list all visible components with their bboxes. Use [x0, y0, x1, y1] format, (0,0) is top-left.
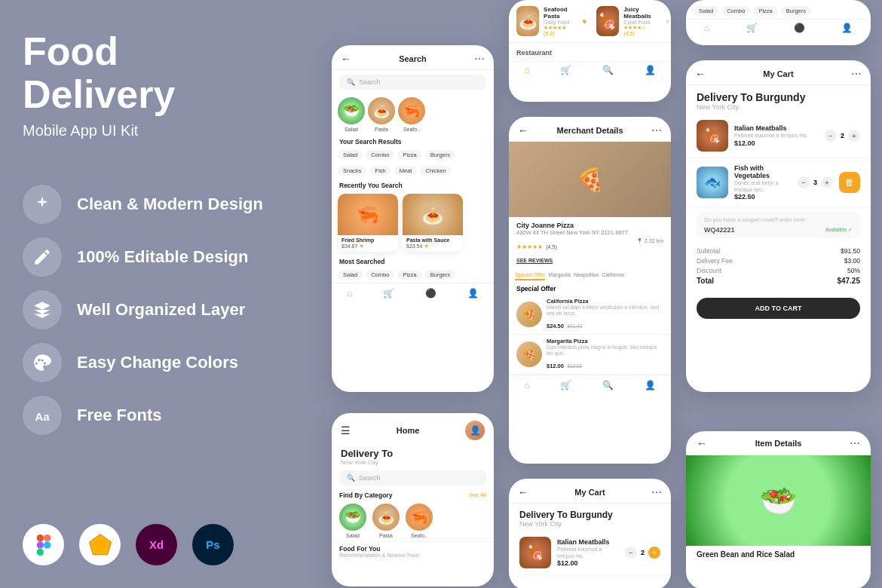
merchant-rating-val: (4.5) [546, 244, 556, 250]
home-delivery-city: New York City [341, 459, 485, 466]
ms-salad[interactable]: Salad [338, 270, 363, 280]
nav-search-icon[interactable]: 🔍 [602, 65, 614, 75]
fish-qty-plus[interactable]: + [821, 176, 833, 188]
cat-pasta[interactable]: 🍝 Pasta [368, 97, 395, 132]
fish-qty-minus[interactable]: − [798, 176, 810, 188]
chip-combo-top[interactable]: Combo [721, 6, 750, 16]
nav-home-icon[interactable]: ⌂ [524, 65, 529, 75]
fish-delete-button[interactable]: 🗑 [839, 172, 860, 193]
cart-bottom-back-button[interactable]: ← [518, 486, 528, 498]
home-cat-salad[interactable]: 🥗 Salad [339, 504, 366, 538]
m-nav-home[interactable]: ⌂ [524, 380, 529, 390]
chip-burgers[interactable]: Burgers [425, 150, 455, 160]
s-nav-home[interactable]: ⌂ [347, 288, 352, 299]
california-pizza-price-row: $24.50 $41.43 [547, 317, 663, 331]
nav-search-2[interactable]: ⚫ [794, 23, 805, 33]
ms-pizza[interactable]: Pizza [397, 270, 421, 280]
snippet-food-seafood: 🍝 Seafood Pasta Gaity Food ★★★★★ (5.0) ♥ [516, 6, 587, 36]
chip-snacks[interactable]: Snacks [338, 166, 367, 176]
nav-user-2[interactable]: 👤 [841, 23, 853, 33]
cat-seafood[interactable]: 🦐 Seafo.. [398, 97, 425, 132]
s-nav-search[interactable]: ⚫ [425, 288, 436, 299]
nav-cart-2[interactable]: 🛒 [746, 23, 758, 33]
pasta-sauce-card[interactable]: 🍝 Pasta with Sauce $23.54 ♥ [403, 194, 463, 252]
home-screen-title: Home [397, 426, 420, 435]
ms-burgers[interactable]: Burgers [425, 270, 455, 280]
chip-chicken[interactable]: Chicken [420, 166, 451, 176]
home-search-placeholder: Search [359, 474, 381, 482]
california-pizza-details: California Pizza Mauris vel diam a liber… [547, 298, 663, 331]
cart-top-back-button[interactable]: ← [695, 68, 706, 80]
nav-home-2[interactable]: ⌂ [704, 23, 709, 33]
chip-pizza[interactable]: Pizza [397, 150, 421, 160]
see-reviews-link[interactable]: SEE REVIEWS [516, 252, 663, 265]
margarita-pizza-name: Margarita Pizza [547, 338, 663, 345]
cart-bottom-menu[interactable]: ⋯ [651, 486, 662, 498]
chip-salad-top[interactable]: Salad [694, 6, 718, 16]
cart-bottom-qty-plus[interactable]: + [648, 547, 660, 559]
chip-pizza-top[interactable]: Pizza [753, 6, 777, 16]
category-chips-row: 🥗 Salad 🍝 Pasta 🦐 Seafo.. [332, 94, 494, 135]
coupon-status: Available ✓ [825, 227, 853, 233]
feature-item-editable: 100% Editable Design [23, 237, 271, 277]
cart-top-menu[interactable]: ⋯ [851, 68, 862, 80]
tag-margarita[interactable]: Margarita [548, 272, 571, 280]
chip-salad[interactable]: Salad [338, 150, 363, 160]
merchant-back-button[interactable]: ← [518, 124, 528, 136]
meatball-qty-minus[interactable]: − [825, 130, 837, 142]
nav-cart-icon[interactable]: 🛒 [560, 65, 571, 75]
cart-top-delivery-title: Delivery To Burgundy [697, 91, 860, 103]
chip-combo[interactable]: Combo [366, 150, 394, 160]
search-back-button[interactable]: ← [341, 53, 351, 65]
sketch-icon [79, 524, 121, 565]
home-search-bar[interactable]: 🔍 Search [339, 470, 486, 485]
tag-neapolitan[interactable]: Neapolitan [574, 272, 599, 280]
main-title: Food Delivery [23, 30, 271, 116]
merchant-address: 432W 43 TH Street New York NY 2121-9877 [516, 229, 663, 236]
salad-label: Salad [345, 127, 358, 132]
ms-combo[interactable]: Combo [366, 270, 394, 280]
meatball-qty-plus[interactable]: + [848, 130, 860, 142]
layers-icon-circle [23, 290, 62, 329]
item-large-img: 🥗 [686, 455, 871, 546]
m-nav-cart[interactable]: 🛒 [560, 380, 571, 390]
tag-california[interactable]: California [602, 272, 624, 280]
add-to-cart-button[interactable]: ADD TO CART [697, 298, 860, 319]
hamburger-icon[interactable]: ☰ [341, 424, 351, 436]
california-pizza-item[interactable]: 🍕 California Pizza Mauris vel diam a lib… [509, 295, 671, 335]
cat-salad[interactable]: 🥗 Salad [338, 97, 365, 132]
screen-cart-top: ← My Cart ⋯ Delivery To Burgundy New Yor… [686, 60, 871, 392]
seafood-pasta-name: Seafood Pasta [544, 6, 574, 20]
home-cat-seafood[interactable]: 🦐 Seafo.. [406, 504, 433, 538]
merchant-menu-button[interactable]: ⋯ [651, 124, 662, 136]
cart-bottom-delivery-area: Delivery To Burgundy New York City [509, 504, 671, 531]
user-avatar[interactable]: 👤 [465, 421, 485, 440]
cart-bottom-header: ← My Cart ⋯ [509, 479, 671, 504]
tag-special[interactable]: Special Offer [515, 272, 545, 280]
home-cat-pasta[interactable]: 🍝 Pasta [372, 504, 400, 538]
shrimp-name: Fried Shrimp [341, 237, 394, 243]
cart-top-header: ← My Cart ⋯ [686, 60, 871, 85]
margarita-pizza-old-price: $19.00 [567, 363, 582, 369]
margarita-pizza-item[interactable]: 🍕 Margarita Pizza Duis interdum porta ma… [509, 335, 671, 375]
item-menu-button[interactable]: ⋯ [850, 437, 860, 449]
discount-row: Discount 50% [697, 267, 860, 274]
m-nav-search[interactable]: 🔍 [602, 380, 614, 390]
chip-fish[interactable]: Fish [370, 166, 391, 176]
nav-user-icon[interactable]: 👤 [645, 65, 656, 75]
s-nav-cart[interactable]: 🛒 [383, 288, 394, 299]
item-back-button[interactable]: ← [697, 437, 707, 449]
chip-burgers-top[interactable]: Burgers [781, 6, 811, 16]
search-menu-button[interactable]: ⋯ [474, 53, 485, 65]
find-by-category-header: Find By Category See All [332, 488, 494, 501]
chip-meat[interactable]: Meat [394, 166, 418, 176]
m-nav-user[interactable]: 👤 [645, 380, 656, 390]
s-nav-user[interactable]: 👤 [467, 288, 479, 299]
svg-text:Aa: Aa [35, 410, 50, 423]
shrimp-img: 🦐 [338, 194, 398, 235]
meatball-cart-name: Italian Meatballs [734, 124, 819, 132]
search-input-bar[interactable]: 🔍 Search [339, 75, 486, 90]
cart-bottom-qty-minus[interactable]: − [625, 547, 637, 559]
see-all-link[interactable]: See All [469, 492, 486, 499]
fried-shrimp-card[interactable]: 🦐 Fried Shrimp $34.87 ♥ [338, 194, 398, 252]
